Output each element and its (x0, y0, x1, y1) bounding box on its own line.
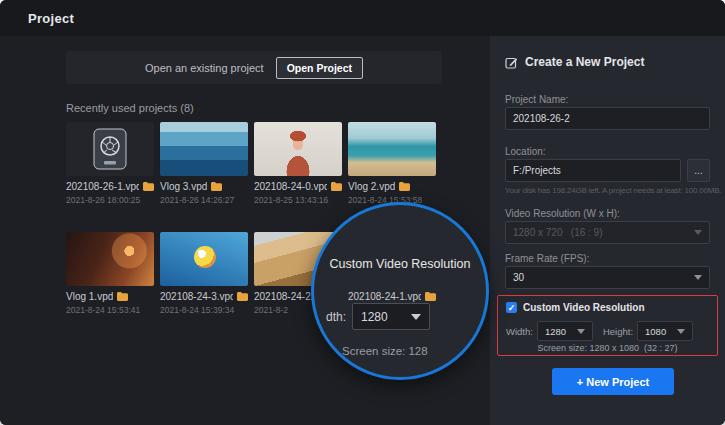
project-item[interactable]: 202108-26-1.vpd 2021-8-26 18:00:25 (66, 122, 154, 205)
project-thumbnail[interactable] (160, 122, 248, 176)
folder-icon[interactable] (331, 182, 342, 191)
project-thumbnail[interactable] (160, 232, 248, 286)
window-title: Project (28, 11, 74, 26)
project-item[interactable]: 202108-24-3.vpd 2021-8-24 15:39:34 (160, 232, 248, 315)
new-project-button[interactable]: + New Project (552, 368, 674, 395)
screen-size-text: Screen size: 1280 x 1080 (32 : 27) (498, 343, 717, 353)
magnifier-title: Custom Video Resolution (314, 257, 486, 271)
folder-icon[interactable] (425, 292, 436, 301)
height-label: Height: (603, 326, 633, 337)
project-name-input[interactable] (505, 107, 710, 130)
project-date: 2021-8-24 15:53:41 (66, 305, 154, 315)
panel-title: Create a New Project (525, 55, 644, 69)
width-value: 1280 (545, 326, 571, 337)
project-name: Vlog 3.vpd (160, 181, 207, 192)
project-name: 202108-24-1.vpd (348, 291, 421, 302)
magnifier-width-select[interactable]: 1280 (352, 303, 430, 330)
video-resolution-label: Video Resolution (W x H): (505, 208, 620, 219)
frame-rate-value: 30 (513, 272, 688, 283)
project-date: 2021-8-26 18:00:25 (66, 195, 154, 205)
recent-projects-label: Recently used projects (8) (66, 102, 194, 114)
project-thumbnail[interactable] (348, 122, 436, 176)
video-resolution-select[interactable]: 1280 x 720 (16 : 9) (505, 221, 710, 244)
magnifier-width-value: 1280 (361, 310, 388, 324)
folder-icon[interactable] (399, 182, 410, 191)
custom-resolution-highlight: Custom Video Resolution Width: 1280 Heig… (497, 295, 718, 356)
chevron-down-icon (677, 329, 685, 334)
create-project-panel: Create a New Project Project Name: Locat… (490, 36, 725, 425)
folder-icon[interactable] (237, 292, 248, 301)
project-thumbnail[interactable] (66, 122, 154, 176)
open-existing-bar: Open an existing project Open Project (66, 51, 442, 84)
project-item[interactable]: Vlog 2.vpd 2021-8-24 15:53:58 (348, 122, 436, 205)
project-name-label: Project Name: (505, 94, 568, 105)
project-date: 2021-8-24 15:39:34 (160, 305, 248, 315)
frame-rate-select[interactable]: 30 (505, 266, 710, 289)
titlebar: Project (0, 0, 725, 36)
vpd-file-icon (93, 128, 127, 170)
project-date: 2021-8-26 14:26:27 (160, 195, 248, 205)
beach-ball-graphic (194, 246, 216, 268)
chevron-down-icon (694, 275, 702, 280)
magnifier-width-label: dth: (326, 310, 346, 324)
project-thumbnail[interactable] (254, 122, 342, 176)
project-item[interactable]: 202108-24-0.vpd 2021-8-25 13:43:16 (254, 122, 342, 205)
project-name: Vlog 2.vpd (348, 181, 395, 192)
magnifier-screen-size: Screen size: 128 (342, 345, 428, 357)
custom-resolution-checkbox[interactable] (506, 302, 517, 313)
project-item[interactable]: Vlog 3.vpd 2021-8-26 14:26:27 (160, 122, 248, 205)
project-name: 202108-24-3.vpd (160, 291, 233, 302)
chevron-down-icon (411, 314, 421, 320)
width-label: Width: (506, 326, 533, 337)
project-name: 202108-24-0.vpd (254, 181, 327, 192)
chevron-down-icon (577, 329, 585, 334)
height-value: 1080 (645, 326, 671, 337)
location-label: Location: (505, 146, 546, 157)
project-thumbnail[interactable] (66, 232, 154, 286)
video-resolution-value: 1280 x 720 (16 : 9) (513, 227, 688, 238)
frame-rate-label: Frame Rate (FPS): (505, 253, 589, 264)
new-project-icon (505, 56, 518, 69)
project-dialog: Project Open an existing project Open Pr… (0, 0, 725, 425)
folder-icon[interactable] (143, 182, 154, 191)
folder-icon[interactable] (211, 182, 222, 191)
location-input[interactable] (505, 159, 681, 182)
custom-resolution-label: Custom Video Resolution (523, 302, 645, 313)
chevron-down-icon (694, 230, 702, 235)
height-select[interactable]: 1080 (637, 321, 693, 341)
open-project-button[interactable]: Open Project (276, 57, 363, 79)
project-item[interactable]: Vlog 1.vpd 2021-8-24 15:53:41 (66, 232, 154, 315)
folder-icon[interactable] (117, 292, 128, 301)
project-date: 2021-8-25 13:43:16 (254, 195, 342, 205)
width-select[interactable]: 1280 (537, 321, 593, 341)
browse-button[interactable]: ... (687, 159, 710, 182)
project-name: Vlog 1.vpd (66, 291, 113, 302)
project-name: 202108-26-1.vpd (66, 181, 139, 192)
disk-space-note: Your disk has 198.24GB left. A project n… (505, 186, 721, 195)
open-existing-text: Open an existing project (145, 62, 264, 74)
